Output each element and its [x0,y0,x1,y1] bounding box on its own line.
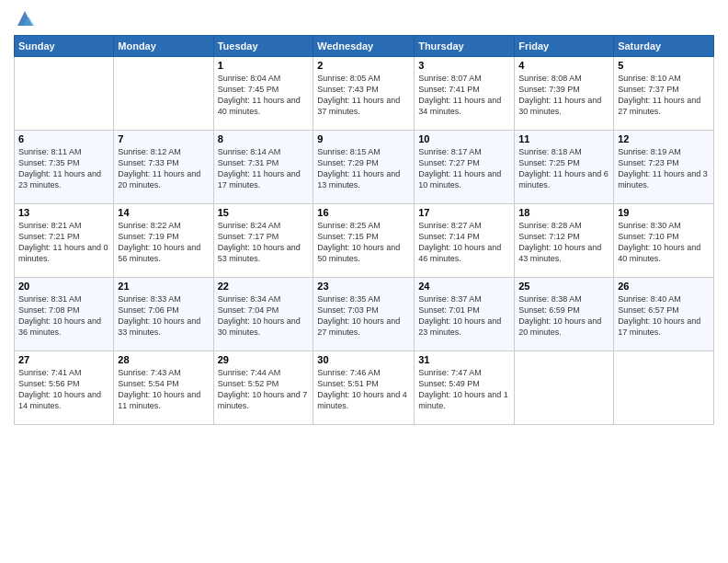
calendar-cell: 9Sunrise: 8:15 AM Sunset: 7:29 PM Daylig… [313,131,415,204]
calendar-cell: 13Sunrise: 8:21 AM Sunset: 7:21 PM Dayli… [15,204,114,278]
day-number: 26 [618,281,710,292]
day-info: Sunrise: 7:46 AM Sunset: 5:51 PM Dayligh… [317,367,410,412]
calendar-cell: 19Sunrise: 8:30 AM Sunset: 7:10 PM Dayli… [614,204,714,278]
day-number: 21 [118,281,209,292]
calendar-cell [614,351,714,425]
day-number: 5 [618,60,710,71]
calendar-cell: 30Sunrise: 7:46 AM Sunset: 5:51 PM Dayli… [313,351,415,425]
day-number: 12 [618,133,710,144]
week-row-3: 13Sunrise: 8:21 AM Sunset: 7:21 PM Dayli… [15,204,714,278]
day-info: Sunrise: 8:35 AM Sunset: 7:03 PM Dayligh… [317,293,410,339]
calendar-cell: 16Sunrise: 8:25 AM Sunset: 7:15 PM Dayli… [313,204,415,278]
calendar-cell: 1Sunrise: 8:04 AM Sunset: 7:45 PM Daylig… [213,57,313,131]
calendar-cell: 22Sunrise: 8:34 AM Sunset: 7:04 PM Dayli… [213,278,313,351]
day-info: Sunrise: 8:08 AM Sunset: 7:39 PM Dayligh… [518,73,609,118]
day-info: Sunrise: 8:30 AM Sunset: 7:10 PM Dayligh… [618,220,710,265]
calendar-cell: 18Sunrise: 8:28 AM Sunset: 7:12 PM Dayli… [515,204,614,278]
day-number: 16 [317,207,410,218]
day-number: 30 [317,354,410,365]
day-info: Sunrise: 8:11 AM Sunset: 7:35 PM Dayligh… [18,146,109,191]
day-info: Sunrise: 8:22 AM Sunset: 7:19 PM Dayligh… [118,220,209,265]
day-number: 17 [418,207,510,218]
day-number: 11 [518,133,609,144]
calendar-cell: 8Sunrise: 8:14 AM Sunset: 7:31 PM Daylig… [213,131,313,204]
day-info: Sunrise: 8:31 AM Sunset: 7:08 PM Dayligh… [18,293,109,339]
weekday-header-friday: Friday [515,36,614,57]
day-number: 7 [118,133,209,144]
weekday-header-thursday: Thursday [415,36,515,57]
calendar-cell: 17Sunrise: 8:27 AM Sunset: 7:14 PM Dayli… [415,204,515,278]
day-number: 13 [18,207,109,218]
calendar: SundayMondayTuesdayWednesdayThursdayFrid… [14,35,714,425]
week-row-1: 1Sunrise: 8:04 AM Sunset: 7:45 PM Daylig… [15,57,714,131]
calendar-cell: 3Sunrise: 8:07 AM Sunset: 7:41 PM Daylig… [415,57,515,131]
week-row-4: 20Sunrise: 8:31 AM Sunset: 7:08 PM Dayli… [15,278,714,351]
day-number: 19 [618,207,710,218]
day-info: Sunrise: 7:47 AM Sunset: 5:49 PM Dayligh… [418,367,510,412]
calendar-cell: 6Sunrise: 8:11 AM Sunset: 7:35 PM Daylig… [15,131,114,204]
day-info: Sunrise: 8:37 AM Sunset: 7:01 PM Dayligh… [418,293,510,339]
calendar-cell: 31Sunrise: 7:47 AM Sunset: 5:49 PM Dayli… [415,351,515,425]
calendar-cell: 14Sunrise: 8:22 AM Sunset: 7:19 PM Dayli… [114,204,213,278]
calendar-cell: 28Sunrise: 7:43 AM Sunset: 5:54 PM Dayli… [114,351,213,425]
day-info: Sunrise: 8:25 AM Sunset: 7:15 PM Dayligh… [317,220,410,265]
week-row-2: 6Sunrise: 8:11 AM Sunset: 7:35 PM Daylig… [15,131,714,204]
page: SundayMondayTuesdayWednesdayThursdayFrid… [0,0,728,563]
day-info: Sunrise: 8:24 AM Sunset: 7:17 PM Dayligh… [218,220,310,265]
day-info: Sunrise: 8:10 AM Sunset: 7:37 PM Dayligh… [618,73,710,118]
calendar-cell: 2Sunrise: 8:05 AM Sunset: 7:43 PM Daylig… [313,57,415,131]
day-number: 4 [518,60,609,71]
day-info: Sunrise: 8:34 AM Sunset: 7:04 PM Dayligh… [218,293,310,339]
calendar-cell: 25Sunrise: 8:38 AM Sunset: 6:59 PM Dayli… [515,278,614,351]
calendar-cell [515,351,614,425]
calendar-cell [15,57,114,131]
day-info: Sunrise: 8:19 AM Sunset: 7:23 PM Dayligh… [618,146,710,191]
day-number: 25 [518,281,609,292]
weekday-header-row: SundayMondayTuesdayWednesdayThursdayFrid… [15,36,714,57]
logo-icon [16,9,34,28]
day-number: 20 [18,281,109,292]
calendar-cell [114,57,213,131]
day-number: 29 [218,354,310,365]
calendar-cell: 27Sunrise: 7:41 AM Sunset: 5:56 PM Dayli… [15,351,114,425]
day-info: Sunrise: 8:40 AM Sunset: 6:57 PM Dayligh… [618,293,710,339]
day-info: Sunrise: 8:33 AM Sunset: 7:06 PM Dayligh… [118,293,209,339]
weekday-header-sunday: Sunday [15,36,114,57]
day-number: 3 [418,60,510,71]
day-number: 9 [317,133,410,144]
day-number: 8 [218,133,310,144]
day-info: Sunrise: 7:43 AM Sunset: 5:54 PM Dayligh… [118,367,209,412]
calendar-cell: 5Sunrise: 8:10 AM Sunset: 7:37 PM Daylig… [614,57,714,131]
day-info: Sunrise: 7:44 AM Sunset: 5:52 PM Dayligh… [218,367,310,412]
calendar-cell: 21Sunrise: 8:33 AM Sunset: 7:06 PM Dayli… [114,278,213,351]
day-info: Sunrise: 8:07 AM Sunset: 7:41 PM Dayligh… [418,73,510,118]
day-number: 31 [418,354,510,365]
day-info: Sunrise: 8:12 AM Sunset: 7:33 PM Dayligh… [118,146,209,191]
day-number: 23 [317,281,410,292]
day-info: Sunrise: 8:17 AM Sunset: 7:27 PM Dayligh… [418,146,510,191]
calendar-cell: 29Sunrise: 7:44 AM Sunset: 5:52 PM Dayli… [213,351,313,425]
weekday-header-tuesday: Tuesday [213,36,313,57]
day-info: Sunrise: 8:38 AM Sunset: 6:59 PM Dayligh… [518,293,609,339]
calendar-cell: 15Sunrise: 8:24 AM Sunset: 7:17 PM Dayli… [213,204,313,278]
calendar-cell: 12Sunrise: 8:19 AM Sunset: 7:23 PM Dayli… [614,131,714,204]
day-number: 27 [18,354,109,365]
day-number: 22 [218,281,310,292]
calendar-cell: 11Sunrise: 8:18 AM Sunset: 7:25 PM Dayli… [515,131,614,204]
day-number: 14 [118,207,209,218]
day-number: 6 [18,133,109,144]
day-info: Sunrise: 8:04 AM Sunset: 7:45 PM Dayligh… [218,73,310,118]
day-number: 1 [218,60,310,71]
day-number: 15 [218,207,310,218]
day-info: Sunrise: 8:14 AM Sunset: 7:31 PM Dayligh… [218,146,310,191]
calendar-cell: 7Sunrise: 8:12 AM Sunset: 7:33 PM Daylig… [114,131,213,204]
day-info: Sunrise: 8:21 AM Sunset: 7:21 PM Dayligh… [18,220,109,265]
day-info: Sunrise: 8:28 AM Sunset: 7:12 PM Dayligh… [518,220,609,265]
day-number: 24 [418,281,510,292]
weekday-header-saturday: Saturday [614,36,714,57]
day-info: Sunrise: 8:18 AM Sunset: 7:25 PM Dayligh… [518,146,609,191]
calendar-cell: 26Sunrise: 8:40 AM Sunset: 6:57 PM Dayli… [614,278,714,351]
header [14,9,714,28]
day-info: Sunrise: 8:05 AM Sunset: 7:43 PM Dayligh… [317,73,410,118]
calendar-cell: 24Sunrise: 8:37 AM Sunset: 7:01 PM Dayli… [415,278,515,351]
